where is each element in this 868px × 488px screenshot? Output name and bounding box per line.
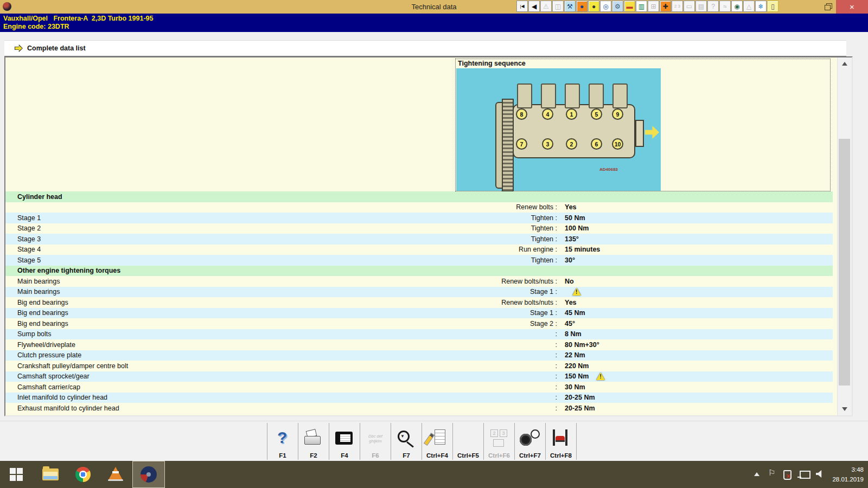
fkey-button-f7[interactable]: ▼F7: [391, 423, 422, 460]
table-row: Exhaust manifold to cylinder head:20-25 …: [5, 403, 833, 414]
gauge-icon[interactable]: ◎: [600, 1, 611, 12]
screen-icon: [331, 427, 358, 452]
table-row: Clutch pressure plate:22 Nm: [5, 350, 833, 361]
fkey-button-f2[interactable]: F2: [298, 423, 329, 460]
network-icon[interactable]: [800, 471, 810, 479]
bolt-number: 4: [542, 108, 553, 120]
suspension-icon[interactable]: ⚙: [612, 1, 623, 12]
body-paint-icon[interactable]: ▬: [624, 1, 635, 12]
tightening-sequence-diagram: 84159732610 AD40683: [456, 68, 661, 191]
table-row: Inlet manifold to cylinder head:20-25 Nm: [5, 393, 833, 403]
engine-code: Engine code: 23DTR: [3, 23, 69, 30]
exhaust-smoke-icon[interactable]: ≈: [719, 1, 731, 12]
fkey-button-ctrl-f5[interactable]: Ctrl+F5: [453, 423, 484, 460]
scroll-up-icon[interactable]: [842, 62, 847, 66]
fkey-label: F6: [372, 452, 379, 459]
key-remote-icon[interactable]: ✚: [660, 1, 671, 12]
nav-back-icon[interactable]: ◀: [528, 1, 540, 12]
fkey-label: Ctrl+F7: [519, 452, 541, 459]
vehicle-title: Vauxhall/Opel Frontera-A 2,3D Turbo 1991…: [3, 15, 153, 22]
vehicle-header: Vauxhall/Opel Frontera-A 2,3D Turbo 1991…: [0, 14, 868, 32]
battery-icon[interactable]: ▭: [684, 1, 695, 12]
table-row: Sump bolts:8 Nm: [5, 329, 833, 340]
audio-device-error-icon[interactable]: [783, 470, 792, 480]
nav-first-icon[interactable]: |◀: [516, 1, 528, 12]
content-panel: Tightening sequence 84159732610 AD40683 …: [4, 56, 853, 416]
magnifier-icon: ▼: [393, 427, 420, 452]
head-port: [517, 84, 532, 108]
stages-123-icon[interactable]: 2 3: [672, 1, 683, 12]
breadcrumb-label: Complete data list: [27, 44, 86, 52]
table-row: Stage 2Tighten :100 Nm: [5, 223, 833, 234]
window-titlebar: Technical data |◀◀⚠◫⚒●●◎⚙▬▥⊞✚2 3▭▤?≈◉△❄▯…: [0, 0, 868, 14]
table-row: Camshaft carrier/cap:30 Nm: [5, 382, 833, 393]
help-vehicle-icon[interactable]: ?: [707, 1, 719, 12]
bolt-number: 7: [516, 138, 527, 150]
head-end-cap: [635, 120, 644, 147]
clock[interactable]: 3:48 28.01.2019: [832, 465, 864, 484]
service-wrench-icon[interactable]: ⚒: [564, 1, 576, 12]
workshop-app-button[interactable]: [132, 461, 165, 488]
car-lift-icon[interactable]: ▥: [636, 1, 647, 12]
start-button[interactable]: [0, 461, 33, 488]
table-row: Crankshaft pulley/damper centre bolt:220…: [5, 361, 833, 371]
windows-logo-icon: [10, 468, 23, 481]
restore-window-icon[interactable]: [825, 3, 833, 10]
chrome-button[interactable]: [67, 461, 99, 488]
aircon-icon[interactable]: ❄: [755, 1, 767, 12]
led-lamp-icon[interactable]: △: [743, 1, 755, 12]
mouse-icon[interactable]: ●: [588, 1, 599, 12]
direction-arrow-icon: [645, 126, 659, 139]
volume-icon[interactable]: [816, 470, 824, 478]
glossary-icon: Dbc defghijklm: [362, 427, 389, 452]
globe-technical-icon[interactable]: ●: [576, 1, 588, 12]
tray-expand-icon[interactable]: [754, 472, 760, 476]
table-row: Camshaft sprocket/gear:150 Nm: [5, 371, 833, 382]
service-card-icon[interactable]: ▤: [695, 1, 707, 12]
fkey-button-ctrl-f4[interactable]: Ctrl+F4: [422, 423, 453, 460]
table-row: Renew bolts :Yes: [5, 202, 833, 213]
torque-table: Cylinder headRenew bolts :YesStage 1Tigh…: [5, 191, 833, 414]
head-port: [541, 84, 556, 108]
fkey-label: Ctrl+F4: [426, 452, 448, 459]
table-row: Stage 1Tighten :50 Nm: [5, 213, 833, 223]
head-port: [612, 84, 628, 108]
action-center-flag-icon[interactable]: ⚐: [768, 468, 775, 478]
folder-icon: [42, 468, 59, 480]
door-exit-icon[interactable]: ◫: [552, 1, 564, 12]
breadcrumb: Complete data list: [4, 40, 846, 57]
vertical-scrollbar[interactable]: [837, 57, 852, 415]
list-add-icon: [455, 427, 482, 452]
fkey-button-ctrl-f6: Ctrl+F6: [484, 423, 515, 460]
components-icon: [486, 427, 513, 452]
eco-badge-icon[interactable]: ◉: [731, 1, 743, 12]
fkey-button-ctrl-f8[interactable]: Ctrl+F8: [546, 423, 577, 460]
lift-icon: [547, 427, 575, 452]
fkey-button-f4[interactable]: F4: [329, 423, 360, 460]
help-icon: [269, 427, 296, 452]
table-row: Main bearingsStage 1 :: [5, 287, 833, 298]
light-switch-icon[interactable]: ▯: [767, 1, 778, 12]
fkey-button-f1[interactable]: F1: [267, 423, 298, 460]
tightening-sequence-panel[interactable]: Tightening sequence 84159732610 AD40683: [455, 59, 831, 191]
fkey-label: F7: [403, 452, 410, 459]
function-key-group: F1F2F4Dbc defghijklmF6▼F7Ctrl+F4Ctrl+F5C…: [267, 423, 577, 460]
vehicle-diagram-icon[interactable]: ⊞: [648, 1, 659, 12]
scroll-down-icon[interactable]: [842, 407, 847, 411]
head-port: [589, 84, 604, 108]
diagram-title: Tightening sequence: [458, 60, 526, 67]
fkey-button-ctrl-f7[interactable]: Ctrl+F7: [515, 423, 546, 460]
bolt-number: 2: [566, 138, 577, 150]
vlc-button[interactable]: [100, 461, 131, 488]
scrollbar-thumb[interactable]: [839, 139, 850, 386]
tray-date: 28.01.2019: [832, 474, 864, 484]
fkey-label: F1: [279, 452, 286, 459]
close-button[interactable]: ×: [836, 0, 868, 14]
fkey-label: F4: [341, 452, 348, 459]
table-section-header: Cylinder head: [5, 191, 833, 202]
table-row: Stage 3Tighten :135°: [5, 234, 833, 245]
vlc-cone-icon: [108, 467, 123, 480]
file-explorer-button[interactable]: [35, 461, 66, 488]
diagram-caption: AD40683: [599, 167, 618, 172]
warning-icon[interactable]: ⚠: [540, 1, 552, 12]
